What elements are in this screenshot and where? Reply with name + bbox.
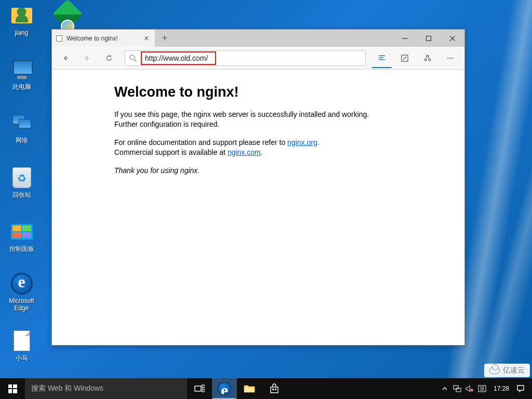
search-placeholder: 搜索 Web 和 Windows [31, 384, 103, 393]
task-view-button[interactable] [187, 378, 212, 399]
svg-rect-21 [244, 388, 255, 392]
cloud-icon [489, 367, 500, 374]
share-icon [423, 54, 432, 63]
desktop-icon-this-pc[interactable]: 此电脑 [2, 58, 41, 90]
browser-toolbar: http://www.old.com/ [52, 47, 464, 70]
taskbar-app-edge[interactable] [212, 378, 237, 399]
minimize-icon [400, 34, 409, 43]
svg-point-12 [427, 55, 429, 58]
note-icon [400, 54, 409, 63]
watermark-text: 亿速云 [503, 366, 525, 375]
taskbar-app-store[interactable] [262, 378, 287, 399]
svg-rect-20 [202, 389, 204, 392]
chevron-up-icon [442, 385, 448, 392]
desktop-icon-label: 回收站 [2, 191, 41, 198]
file-icon [14, 330, 30, 351]
svg-point-13 [424, 59, 427, 61]
link-nginx-com[interactable]: nginx.com [228, 148, 261, 156]
svg-point-14 [429, 59, 431, 61]
user-folder-icon [11, 8, 32, 23]
svg-rect-23 [275, 389, 276, 390]
desktop-icon-file[interactable]: 小马 [2, 329, 41, 362]
taskbar-clock[interactable]: 17:28 [488, 385, 514, 392]
recycle-bin-icon [12, 167, 31, 188]
taskbar-app-explorer[interactable] [237, 378, 262, 399]
forms-shield-icon [52, 0, 83, 30]
svg-rect-18 [195, 386, 201, 391]
page-content: Welcome to nginx! If you see this page, … [52, 70, 464, 345]
network-tray-icon [453, 385, 461, 392]
tray-chevron-up[interactable] [438, 378, 451, 399]
page-favicon-icon [56, 35, 62, 42]
tab-strip: Welcome to nginx! × + [52, 30, 464, 47]
new-tab-button[interactable]: + [155, 30, 174, 47]
folder-icon [244, 384, 255, 393]
svg-point-15 [447, 57, 448, 58]
computer-icon [11, 60, 33, 79]
desktop-icon-recycle-bin[interactable]: 回收站 [2, 166, 41, 198]
page-paragraph-thanks: Thank you for using nginx. [114, 166, 390, 176]
notification-icon [516, 384, 525, 393]
volume-icon [466, 385, 474, 392]
taskbar-search[interactable]: 搜索 Web 和 Windows [25, 378, 187, 399]
page-heading: Welcome to nginx! [114, 84, 450, 100]
tab-title: Welcome to nginx! [66, 35, 135, 42]
desktop-icon-edge[interactable]: Microsoft Edge [2, 272, 41, 312]
desktop-icon-control-panel[interactable]: 控制面板 [2, 220, 41, 252]
address-bar[interactable]: http://www.old.com/ [125, 50, 366, 66]
refresh-icon [104, 54, 114, 63]
svg-point-17 [452, 57, 453, 58]
windows-logo-icon [8, 384, 17, 393]
reading-view-button[interactable] [372, 48, 392, 68]
edge-browser-window: Welcome to nginx! × + http:/ [51, 29, 465, 345]
svg-line-7 [134, 59, 136, 61]
desktop-icon-label: Microsoft Edge [2, 297, 41, 312]
svg-rect-1 [427, 36, 431, 41]
close-icon [448, 34, 457, 43]
window-maximize-button[interactable] [417, 30, 441, 47]
ime-icon [478, 385, 486, 392]
tray-network[interactable] [451, 378, 463, 399]
tray-volume[interactable] [463, 378, 476, 399]
edge-icon [11, 273, 33, 295]
desktop-icon-forms-installer[interactable] [48, 3, 87, 28]
edge-icon [218, 382, 231, 395]
reading-icon [377, 53, 387, 62]
address-search-icon [125, 54, 141, 63]
share-button[interactable] [418, 48, 437, 68]
tray-ime[interactable] [476, 378, 488, 399]
desktop-icon-user-folder[interactable]: jiang [2, 4, 41, 36]
tab-close-button[interactable]: × [139, 34, 154, 43]
svg-rect-22 [272, 389, 274, 390]
watermark: 亿速云 [484, 364, 530, 377]
action-center-button[interactable] [514, 378, 527, 399]
page-paragraph-1: If you see this page, the nginx web serv… [114, 110, 390, 129]
more-button[interactable] [441, 48, 460, 68]
more-icon [446, 54, 455, 63]
store-icon [269, 383, 280, 394]
web-note-button[interactable] [395, 48, 415, 68]
task-view-icon [194, 384, 205, 393]
window-minimize-button[interactable] [393, 30, 417, 47]
back-button[interactable] [56, 49, 75, 68]
control-panel-icon [11, 224, 33, 240]
system-tray: 17:28 [436, 378, 532, 399]
desktop-icon-label: 网络 [2, 137, 41, 144]
arrow-right-icon [83, 54, 92, 63]
search-icon [128, 54, 138, 63]
link-nginx-org[interactable]: nginx.org [287, 138, 317, 147]
browser-tab[interactable]: Welcome to nginx! × [52, 30, 155, 47]
refresh-button[interactable] [100, 49, 118, 68]
start-button[interactable] [0, 378, 25, 399]
maximize-icon [424, 34, 433, 43]
desktop-icon-network[interactable]: 网络 [2, 112, 41, 144]
svg-point-16 [450, 57, 451, 58]
network-icon [11, 114, 33, 132]
desktop-icon-label: jiang [2, 29, 41, 36]
address-box[interactable]: http://www.old.com/ [141, 51, 365, 65]
forward-button[interactable] [78, 49, 97, 68]
svg-rect-19 [202, 385, 204, 388]
taskbar: 搜索 Web 和 Windows 17:28 [0, 378, 532, 399]
window-close-button[interactable] [441, 30, 464, 47]
desktop-icon-label: 此电脑 [2, 83, 41, 90]
